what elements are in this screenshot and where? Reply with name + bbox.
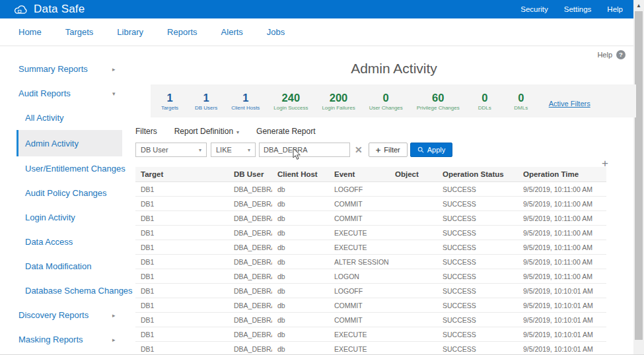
table-cell: DBA_DEBRA xyxy=(229,255,272,269)
sidebar-item-label: Login Activity xyxy=(25,212,75,222)
table-cell: COMMIT xyxy=(329,298,390,313)
table-row: DB1DBA_DEBRAdbALTER SESSIONSUCCESS9/5/20… xyxy=(135,255,606,269)
sidebar-item-label: Masking Reports xyxy=(18,335,83,344)
topbar-link-security[interactable]: Security xyxy=(520,5,548,13)
table-cell: DBA_DEBRA xyxy=(229,182,272,197)
filter-operator-select[interactable]: LIKE ▾ xyxy=(211,143,256,157)
stat-privilege-changes: 60Privilege Changes xyxy=(417,92,460,111)
stat-label: User Changes xyxy=(369,105,403,111)
stat-label: Login Failures xyxy=(322,105,355,111)
stat-client-hosts: 1Client Hosts xyxy=(231,92,260,111)
table-cell: EXECUTE xyxy=(329,342,390,355)
nav-item-home[interactable]: Home xyxy=(18,27,42,37)
sidebar-item-admin-activity[interactable]: Admin Activity xyxy=(17,130,122,156)
table-cell: db xyxy=(272,240,329,255)
table-cell xyxy=(390,182,437,197)
table-cell: DBA_DEBRA xyxy=(229,269,272,284)
chevron-right-icon: ▸ xyxy=(112,337,116,343)
topbar-link-settings[interactable]: Settings xyxy=(564,5,592,13)
sidebar-item-label: Audit Reports xyxy=(18,88,71,98)
clear-filter-icon[interactable]: ✕ xyxy=(355,145,363,155)
table-cell: DBA_DEBRA xyxy=(229,327,272,342)
sidebar-item-masking-reports[interactable]: Masking Reports▸ xyxy=(0,327,151,352)
sidebar-item-database-schema-changes[interactable]: Database Schema Changes xyxy=(0,278,151,303)
table-cell: SUCCESS xyxy=(437,269,518,284)
stats-bar: 1Targets1DB Users1Client Hosts240Login S… xyxy=(151,84,636,117)
column-header-object: Object xyxy=(390,167,437,182)
column-header-operation-status: Operation Status xyxy=(437,167,518,182)
nav-item-targets[interactable]: Targets xyxy=(65,27,94,37)
column-header-operation-time: Operation Time xyxy=(518,167,606,182)
table-row: DB1DBA_DEBRAdbEXECUTESUCCESS9/5/2019, 10… xyxy=(135,327,606,342)
chevron-right-icon: ▸ xyxy=(112,312,116,319)
table-cell: 9/5/2019, 10:11:00 AM xyxy=(518,182,606,197)
table-cell: DB1 xyxy=(135,313,229,327)
table-row: DB1DBA_DEBRAdbEXECUTESUCCESS9/5/2019, 10… xyxy=(135,226,606,240)
stat-value: 0 xyxy=(383,92,389,104)
table-cell: SUCCESS xyxy=(437,327,518,342)
stat-value: 1 xyxy=(166,92,172,104)
table-cell: db xyxy=(272,298,329,313)
stat-label: Targets xyxy=(161,105,178,111)
table-cell: SUCCESS xyxy=(437,313,518,327)
table-cell: DBA_DEBRA xyxy=(229,313,272,327)
page-title: Admin Activity xyxy=(152,61,636,77)
sidebar-item-data-access[interactable]: Data Access xyxy=(0,230,151,254)
scroll-up-icon[interactable]: ▲ xyxy=(633,2,644,10)
chevron-down-icon: ▾ xyxy=(236,129,239,135)
table-cell: 9/5/2019, 10:11:00 AM xyxy=(518,197,606,211)
nav-item-jobs[interactable]: Jobs xyxy=(267,27,285,37)
filter-operator-value: LIKE xyxy=(216,146,232,154)
table-cell: DB1 xyxy=(135,298,229,313)
sidebar-item-summary-reports[interactable]: Summary Reports▸ xyxy=(0,57,151,81)
stat-db-users: 1DB Users xyxy=(195,92,217,111)
table-cell: db xyxy=(272,197,329,211)
nav-item-reports[interactable]: Reports xyxy=(167,27,197,37)
table-cell: DBA_DEBRA xyxy=(229,284,272,298)
table-cell: EXECUTE xyxy=(329,226,390,240)
stat-label: Privilege Changes xyxy=(417,105,460,111)
search-icon xyxy=(417,146,424,153)
nav-item-library[interactable]: Library xyxy=(117,27,143,37)
filter-field-select[interactable]: DB User ▾ xyxy=(135,143,207,157)
filters-button[interactable]: Filters xyxy=(135,127,157,136)
topbar-link-help[interactable]: Help xyxy=(607,5,623,13)
generate-report-button[interactable]: Generate Report xyxy=(256,127,315,136)
table-cell xyxy=(390,327,437,342)
table-cell: LOGON xyxy=(329,269,390,284)
cloud-logo-icon xyxy=(14,5,28,15)
apply-button[interactable]: Apply xyxy=(410,143,453,157)
report-definition-button[interactable]: Report Definition▾ xyxy=(174,127,239,136)
table-row: DB1DBA_DEBRAdbLOGOFFSUCCESS9/5/2019, 10:… xyxy=(135,284,606,298)
sidebar-item-login-activity[interactable]: Login Activity xyxy=(0,205,151,230)
stat-label: DB Users xyxy=(195,105,217,111)
filter-row: DB User ▾ LIKE ▾ ✕ + Filter Apply xyxy=(135,143,452,157)
table-cell: SUCCESS xyxy=(437,342,518,355)
sidebar-item-all-activity[interactable]: All Activity xyxy=(0,106,151,130)
table-row: DB1DBA_DEBRAdbCOMMITSUCCESS9/5/2019, 10:… xyxy=(135,197,606,211)
sidebar-item-audit-policy-changes[interactable]: Audit Policy Changes xyxy=(0,181,151,205)
filter-value-input[interactable] xyxy=(259,143,350,157)
sidebar-item-label: Summary Reports xyxy=(18,64,88,74)
sidebar-item-data-modification[interactable]: Data Modification xyxy=(0,254,151,278)
stat-ddls: 0DDLs xyxy=(474,92,496,111)
table-cell: DB1 xyxy=(135,211,229,226)
table-cell: 9/5/2019, 10:10:01 AM xyxy=(518,284,606,298)
nav-item-alerts[interactable]: Alerts xyxy=(221,27,243,37)
table-cell: DB1 xyxy=(135,182,229,197)
stat-value: 60 xyxy=(432,92,444,104)
table-cell xyxy=(390,211,437,226)
active-filters-link[interactable]: Active Filters xyxy=(549,100,590,108)
table-cell: db xyxy=(272,255,329,269)
table-cell: 9/5/2019, 10:11:00 AM xyxy=(518,255,606,269)
table-cell: DBA_DEBRA xyxy=(229,240,272,255)
sidebar-item-discovery-reports[interactable]: Discovery Reports▸ xyxy=(0,303,151,327)
table-cell: db xyxy=(272,342,329,355)
sidebar-item-audit-reports[interactable]: Audit Reports▾ xyxy=(0,81,151,106)
table-cell: LOGOFF xyxy=(329,284,390,298)
sidebar-item-label: Audit Policy Changes xyxy=(25,188,107,198)
sidebar-item-label: Data Modification xyxy=(25,261,91,271)
sidebar-item-user-entitlement-changes[interactable]: User/Entitlement Changes xyxy=(0,156,151,181)
add-filter-button[interactable]: + Filter xyxy=(369,143,408,157)
table-cell: DB1 xyxy=(135,226,229,240)
